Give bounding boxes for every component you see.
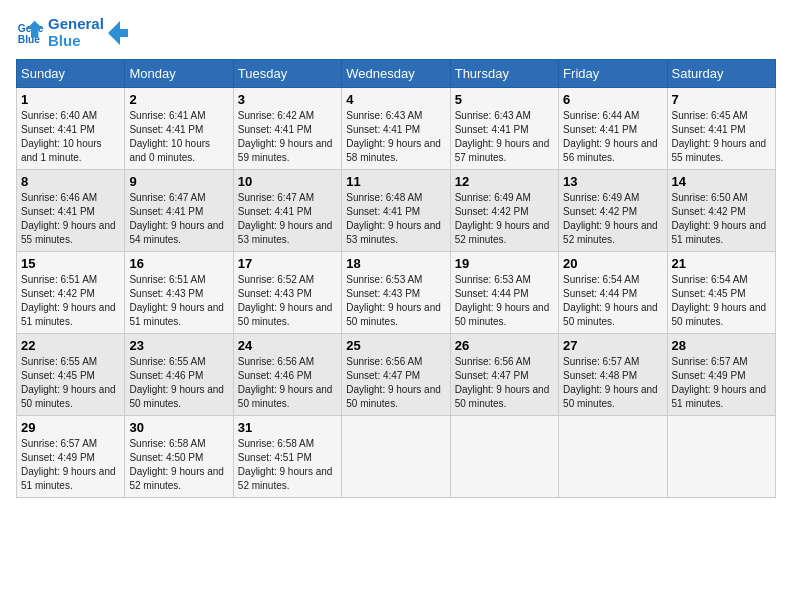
day-info: Sunrise: 6:57 AMSunset: 4:48 PMDaylight:…: [563, 355, 662, 411]
calendar-cell: 19Sunrise: 6:53 AMSunset: 4:44 PMDayligh…: [450, 252, 558, 334]
day-info: Sunrise: 6:57 AMSunset: 4:49 PMDaylight:…: [672, 355, 771, 411]
day-number: 9: [129, 174, 228, 189]
day-number: 8: [21, 174, 120, 189]
logo: General Blue General Blue: [16, 16, 128, 49]
header-day-wednesday: Wednesday: [342, 60, 450, 88]
calendar-cell: 15Sunrise: 6:51 AMSunset: 4:42 PMDayligh…: [17, 252, 125, 334]
calendar-cell: [559, 416, 667, 498]
day-number: 22: [21, 338, 120, 353]
day-info: Sunrise: 6:49 AMSunset: 4:42 PMDaylight:…: [455, 191, 554, 247]
day-info: Sunrise: 6:42 AMSunset: 4:41 PMDaylight:…: [238, 109, 337, 165]
calendar-cell: 18Sunrise: 6:53 AMSunset: 4:43 PMDayligh…: [342, 252, 450, 334]
day-number: 28: [672, 338, 771, 353]
day-info: Sunrise: 6:49 AMSunset: 4:42 PMDaylight:…: [563, 191, 662, 247]
calendar-cell: 24Sunrise: 6:56 AMSunset: 4:46 PMDayligh…: [233, 334, 341, 416]
day-number: 11: [346, 174, 445, 189]
day-info: Sunrise: 6:55 AMSunset: 4:46 PMDaylight:…: [129, 355, 228, 411]
logo-general: General: [48, 16, 104, 33]
calendar-cell: 27Sunrise: 6:57 AMSunset: 4:48 PMDayligh…: [559, 334, 667, 416]
calendar-cell: 6Sunrise: 6:44 AMSunset: 4:41 PMDaylight…: [559, 88, 667, 170]
day-number: 12: [455, 174, 554, 189]
day-info: Sunrise: 6:48 AMSunset: 4:41 PMDaylight:…: [346, 191, 445, 247]
day-number: 1: [21, 92, 120, 107]
calendar-table: SundayMondayTuesdayWednesdayThursdayFrid…: [16, 59, 776, 498]
day-info: Sunrise: 6:51 AMSunset: 4:42 PMDaylight:…: [21, 273, 120, 329]
day-number: 27: [563, 338, 662, 353]
calendar-cell: 21Sunrise: 6:54 AMSunset: 4:45 PMDayligh…: [667, 252, 775, 334]
day-info: Sunrise: 6:58 AMSunset: 4:51 PMDaylight:…: [238, 437, 337, 493]
day-info: Sunrise: 6:50 AMSunset: 4:42 PMDaylight:…: [672, 191, 771, 247]
day-info: Sunrise: 6:56 AMSunset: 4:46 PMDaylight:…: [238, 355, 337, 411]
day-info: Sunrise: 6:53 AMSunset: 4:43 PMDaylight:…: [346, 273, 445, 329]
day-number: 14: [672, 174, 771, 189]
day-info: Sunrise: 6:51 AMSunset: 4:43 PMDaylight:…: [129, 273, 228, 329]
day-number: 6: [563, 92, 662, 107]
day-number: 15: [21, 256, 120, 271]
day-info: Sunrise: 6:56 AMSunset: 4:47 PMDaylight:…: [455, 355, 554, 411]
day-number: 19: [455, 256, 554, 271]
calendar-cell: 3Sunrise: 6:42 AMSunset: 4:41 PMDaylight…: [233, 88, 341, 170]
day-info: Sunrise: 6:46 AMSunset: 4:41 PMDaylight:…: [21, 191, 120, 247]
calendar-cell: 9Sunrise: 6:47 AMSunset: 4:41 PMDaylight…: [125, 170, 233, 252]
day-info: Sunrise: 6:53 AMSunset: 4:44 PMDaylight:…: [455, 273, 554, 329]
day-number: 29: [21, 420, 120, 435]
header: General Blue General Blue: [16, 16, 776, 49]
calendar-cell: 8Sunrise: 6:46 AMSunset: 4:41 PMDaylight…: [17, 170, 125, 252]
calendar-cell: 1Sunrise: 6:40 AMSunset: 4:41 PMDaylight…: [17, 88, 125, 170]
day-number: 5: [455, 92, 554, 107]
calendar-cell: 5Sunrise: 6:43 AMSunset: 4:41 PMDaylight…: [450, 88, 558, 170]
calendar-cell: 30Sunrise: 6:58 AMSunset: 4:50 PMDayligh…: [125, 416, 233, 498]
day-number: 3: [238, 92, 337, 107]
day-info: Sunrise: 6:43 AMSunset: 4:41 PMDaylight:…: [455, 109, 554, 165]
day-number: 17: [238, 256, 337, 271]
day-info: Sunrise: 6:58 AMSunset: 4:50 PMDaylight:…: [129, 437, 228, 493]
calendar-cell: 10Sunrise: 6:47 AMSunset: 4:41 PMDayligh…: [233, 170, 341, 252]
calendar-cell: 28Sunrise: 6:57 AMSunset: 4:49 PMDayligh…: [667, 334, 775, 416]
calendar-cell: [342, 416, 450, 498]
calendar-week-row: 22Sunrise: 6:55 AMSunset: 4:45 PMDayligh…: [17, 334, 776, 416]
day-number: 23: [129, 338, 228, 353]
calendar-cell: 20Sunrise: 6:54 AMSunset: 4:44 PMDayligh…: [559, 252, 667, 334]
day-number: 26: [455, 338, 554, 353]
calendar-week-row: 29Sunrise: 6:57 AMSunset: 4:49 PMDayligh…: [17, 416, 776, 498]
calendar-cell: 17Sunrise: 6:52 AMSunset: 4:43 PMDayligh…: [233, 252, 341, 334]
calendar-cell: 23Sunrise: 6:55 AMSunset: 4:46 PMDayligh…: [125, 334, 233, 416]
calendar-cell: 25Sunrise: 6:56 AMSunset: 4:47 PMDayligh…: [342, 334, 450, 416]
day-number: 30: [129, 420, 228, 435]
day-number: 24: [238, 338, 337, 353]
calendar-cell: 16Sunrise: 6:51 AMSunset: 4:43 PMDayligh…: [125, 252, 233, 334]
day-number: 31: [238, 420, 337, 435]
calendar-cell: 22Sunrise: 6:55 AMSunset: 4:45 PMDayligh…: [17, 334, 125, 416]
day-info: Sunrise: 6:47 AMSunset: 4:41 PMDaylight:…: [238, 191, 337, 247]
calendar-week-row: 1Sunrise: 6:40 AMSunset: 4:41 PMDaylight…: [17, 88, 776, 170]
calendar-week-row: 15Sunrise: 6:51 AMSunset: 4:42 PMDayligh…: [17, 252, 776, 334]
calendar-header-row: SundayMondayTuesdayWednesdayThursdayFrid…: [17, 60, 776, 88]
calendar-cell: 26Sunrise: 6:56 AMSunset: 4:47 PMDayligh…: [450, 334, 558, 416]
calendar-cell: 2Sunrise: 6:41 AMSunset: 4:41 PMDaylight…: [125, 88, 233, 170]
calendar-cell: [667, 416, 775, 498]
day-info: Sunrise: 6:57 AMSunset: 4:49 PMDaylight:…: [21, 437, 120, 493]
logo-icon: General Blue: [16, 19, 44, 47]
calendar-cell: 7Sunrise: 6:45 AMSunset: 4:41 PMDaylight…: [667, 88, 775, 170]
day-number: 16: [129, 256, 228, 271]
logo-arrow-icon: [108, 21, 128, 45]
calendar-cell: 12Sunrise: 6:49 AMSunset: 4:42 PMDayligh…: [450, 170, 558, 252]
header-day-sunday: Sunday: [17, 60, 125, 88]
calendar-cell: 29Sunrise: 6:57 AMSunset: 4:49 PMDayligh…: [17, 416, 125, 498]
day-info: Sunrise: 6:55 AMSunset: 4:45 PMDaylight:…: [21, 355, 120, 411]
day-info: Sunrise: 6:40 AMSunset: 4:41 PMDaylight:…: [21, 109, 120, 165]
day-number: 2: [129, 92, 228, 107]
day-info: Sunrise: 6:54 AMSunset: 4:45 PMDaylight:…: [672, 273, 771, 329]
day-info: Sunrise: 6:44 AMSunset: 4:41 PMDaylight:…: [563, 109, 662, 165]
day-info: Sunrise: 6:41 AMSunset: 4:41 PMDaylight:…: [129, 109, 228, 165]
calendar-cell: 4Sunrise: 6:43 AMSunset: 4:41 PMDaylight…: [342, 88, 450, 170]
header-day-saturday: Saturday: [667, 60, 775, 88]
day-number: 7: [672, 92, 771, 107]
day-info: Sunrise: 6:47 AMSunset: 4:41 PMDaylight:…: [129, 191, 228, 247]
calendar-cell: 13Sunrise: 6:49 AMSunset: 4:42 PMDayligh…: [559, 170, 667, 252]
day-info: Sunrise: 6:54 AMSunset: 4:44 PMDaylight:…: [563, 273, 662, 329]
day-info: Sunrise: 6:45 AMSunset: 4:41 PMDaylight:…: [672, 109, 771, 165]
day-number: 20: [563, 256, 662, 271]
calendar-cell: 14Sunrise: 6:50 AMSunset: 4:42 PMDayligh…: [667, 170, 775, 252]
day-number: 10: [238, 174, 337, 189]
